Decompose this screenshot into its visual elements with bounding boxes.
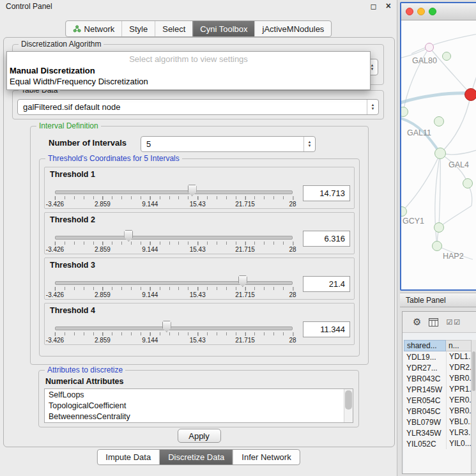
list-item[interactable]: SelfLoops xyxy=(45,390,344,401)
table-row[interactable]: YDL19...YDL1... xyxy=(404,351,472,362)
table-row[interactable]: YBL079WYBL0... xyxy=(404,417,472,427)
select-all-checkbox-icons[interactable]: ☑☑ xyxy=(446,318,461,326)
list-scrollbar-thumb[interactable] xyxy=(345,390,352,410)
threshold-value-field[interactable]: 14.713 xyxy=(303,185,350,201)
threshold-label: Threshold 1 xyxy=(50,170,95,179)
interval-definition-group: Interval Definition Number of Intervals … xyxy=(30,126,369,365)
number-of-intervals-label: Number of Intervals xyxy=(49,138,127,148)
network-node[interactable] xyxy=(425,43,434,52)
slider-thumb-handle[interactable] xyxy=(162,321,171,332)
bottom-tab-strip: Impute DataDiscretize DataInfer Network xyxy=(96,449,300,465)
threshold-slider[interactable]: -3.4262.8599.14415.4321.71528 xyxy=(55,318,293,343)
network-node-label: GCY1 xyxy=(403,217,424,226)
slider-scale: -3.4262.8599.14415.4321.71528 xyxy=(55,290,293,298)
network-node[interactable] xyxy=(434,222,444,233)
zoom-traffic-light-icon[interactable] xyxy=(429,8,436,15)
slider-thumb-handle[interactable] xyxy=(238,275,247,287)
discretize-data-panel: Discretization Algorithm ▲▼ Table Data g… xyxy=(3,37,395,447)
table-cell: YBL079W xyxy=(404,418,446,427)
list-item[interactable]: BetweennessCentrality xyxy=(45,411,344,422)
threshold-value-field[interactable]: 6.316 xyxy=(303,231,350,247)
slider-scale: -3.4262.8599.14415.4321.71528 xyxy=(55,245,293,252)
control-panel: Control Panel ◻ × NetworkStyleSelectCyni… xyxy=(0,0,397,476)
table-row[interactable]: YDR27...YDR2... xyxy=(404,362,472,373)
minimize-traffic-light-icon[interactable] xyxy=(417,8,425,15)
control-panel-titlebar: Control Panel ◻ × xyxy=(0,0,397,13)
network-node[interactable] xyxy=(463,178,473,188)
scale-tick-label: 9.144 xyxy=(142,291,158,298)
table-row[interactable]: YBR043CYBR0... xyxy=(404,373,472,384)
scale-tick-label: 9.144 xyxy=(142,337,158,344)
tab-infer-network[interactable]: Infer Network xyxy=(233,450,299,464)
threshold-value-field[interactable]: 11.344 xyxy=(303,321,350,337)
close-icon[interactable]: × xyxy=(386,1,391,11)
scale-tick-label: 2.859 xyxy=(95,201,111,208)
dropdown-option-equal-width-frequency-discretization[interactable]: Equal Width/Frequency Discretization xyxy=(7,76,370,87)
threshold-value-field[interactable]: 21.4 xyxy=(303,276,350,292)
slider-thumb-handle[interactable] xyxy=(124,230,133,242)
network-node[interactable] xyxy=(434,148,446,159)
scale-tick-label: 2.859 xyxy=(95,337,111,344)
threshold-label: Threshold 2 xyxy=(50,215,95,224)
scale-tick-label: 15.43 xyxy=(190,291,206,298)
table-row[interactable]: YIL052CYIL0... xyxy=(404,438,472,449)
table-row[interactable]: YLR345WYLR3... xyxy=(404,427,472,438)
apply-button[interactable]: Apply xyxy=(178,429,221,443)
table-toolbar: ⚙ ☑☑ xyxy=(403,312,476,333)
column-selector-icon[interactable] xyxy=(429,318,438,326)
number-of-intervals-combobox[interactable]: 5 ▲▼ xyxy=(141,136,316,152)
table-data-combobox[interactable]: galFiltered.sif default node ▲▼ xyxy=(17,99,379,115)
table-cell: YBR0... xyxy=(446,373,472,384)
slider-thumb-handle[interactable] xyxy=(188,185,197,196)
float-window-icon[interactable]: ◻ xyxy=(371,2,377,11)
group-label-interval-definition: Interval Definition xyxy=(36,121,101,130)
table-data-group: Table Data galFiltered.sif default node … xyxy=(12,90,384,119)
threshold-panel: Threshold 2-3.4262.8599.14415.4321.71528… xyxy=(44,212,355,254)
list-scrollbar[interactable] xyxy=(344,389,353,422)
threshold-slider[interactable]: -3.4262.8599.14415.4321.71528 xyxy=(55,181,293,207)
numerical-attributes-label: Numerical Attributes xyxy=(45,377,123,386)
threshold-slider[interactable]: -3.4262.8599.14415.4321.71528 xyxy=(55,227,293,252)
threshold-slider[interactable]: -3.4262.8599.14415.4321.71528 xyxy=(55,272,293,298)
slider-scale: -3.4262.8599.14415.4321.71528 xyxy=(55,335,293,343)
column-header-2[interactable]: n... xyxy=(446,340,472,351)
tab-select[interactable]: Select xyxy=(155,21,192,36)
network-node-selected[interactable] xyxy=(464,88,476,101)
scale-tick-label: 15.43 xyxy=(190,337,206,344)
table-scrollbar-thumb[interactable] xyxy=(472,351,475,391)
network-node[interactable] xyxy=(432,241,442,251)
list-item[interactable]: TopologicalCoefficient xyxy=(45,401,344,411)
table-row[interactable]: YBR045CYBR0... xyxy=(404,406,472,417)
network-node-label: GAL11 xyxy=(407,128,431,137)
dropdown-option-manual-discretization[interactable]: Manual Discretization xyxy=(7,65,370,76)
tab-discretize-data[interactable]: Discretize Data xyxy=(159,450,233,464)
scale-tick-label: -3.426 xyxy=(46,201,64,208)
numerical-attributes-list[interactable]: SelfLoopsTopologicalCoefficientBetweenne… xyxy=(44,388,353,423)
network-canvas[interactable]: GAL80GAL11GAL4GCY1HAP2 xyxy=(401,20,476,291)
tab-jactivemnodules[interactable]: jActiveMNodules xyxy=(255,21,332,36)
scale-tick-label: 21.715 xyxy=(235,246,255,253)
attribute-items: SelfLoopsTopologicalCoefficientBetweenne… xyxy=(45,390,344,422)
network-node[interactable] xyxy=(442,52,451,61)
algorithm-dropdown-popup: Select algorithm to view settings Manual… xyxy=(6,51,371,90)
column-header-1[interactable]: shared... xyxy=(404,340,446,351)
table-row[interactable]: YPR145WYPR1... xyxy=(404,384,472,395)
table-panel-title: Table Panel xyxy=(406,296,446,305)
table-row[interactable]: YER054CYER0... xyxy=(404,395,472,406)
table-cell: YER054C xyxy=(404,396,446,405)
close-traffic-light-icon[interactable] xyxy=(406,8,413,15)
scale-tick-label: 9.144 xyxy=(142,246,158,253)
table-cell: YLR3... xyxy=(446,427,472,438)
network-node[interactable] xyxy=(434,116,444,127)
tab-network[interactable]: Network xyxy=(66,21,122,36)
settings-gear-icon[interactable]: ⚙ xyxy=(413,316,421,328)
group-label-attributes: Attributes to discretize xyxy=(45,365,125,374)
table-scrollbar[interactable] xyxy=(471,340,476,473)
tab-impute-data[interactable]: Impute Data xyxy=(97,450,159,464)
table-panel: ⚙ ☑☑ shared...n... YDL19...YDL1...YDR27.… xyxy=(402,311,476,474)
scale-tick-label: 28 xyxy=(289,337,296,344)
tab-style[interactable]: Style xyxy=(121,21,155,36)
thresholds-group: Threshold's Coordinates for 5 Intervals … xyxy=(39,158,360,357)
tab-cyni-toolbox[interactable]: Cyni Toolbox xyxy=(192,21,254,36)
network-window[interactable]: GAL80GAL11GAL4GCY1HAP2 xyxy=(400,2,476,291)
